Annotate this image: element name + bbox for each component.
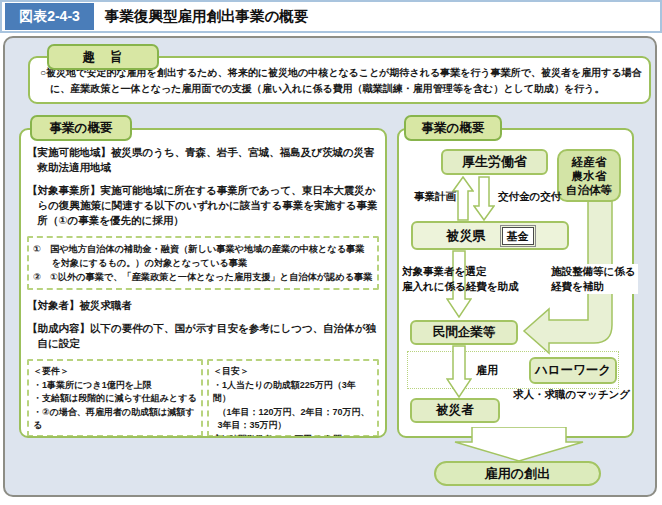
- victim-node: 被災者: [410, 398, 500, 423]
- figure-title: 事業復興型雇用創出事業の概要: [105, 2, 308, 31]
- mhlw-node: 厚生労働省: [441, 149, 548, 175]
- employ-down-arrow-icon: [446, 345, 472, 398]
- overview-area-text: 【実施可能地域】被災県のうち、青森、岩手、宮城、福島及び茨城の災害救助法適用地域: [27, 145, 379, 175]
- plan-label: 事業計画: [414, 190, 456, 204]
- figure-header: 図表2-4-3 事業復興型雇用創出事業の概要: [0, 0, 662, 33]
- guideline-heading: ＜目安＞: [213, 365, 373, 379]
- facility-subsidy-label: 施設整備等に係る 経費を補助: [549, 264, 638, 294]
- ministries-node: 経産省 農水省 自治体等: [557, 149, 621, 202]
- overview-subsidy-text: 【助成内容】以下の要件の下、国が示す目安を参考にしつつ、自治体が独自に設定: [27, 321, 379, 351]
- figure-number-badge: 図表2-4-3: [5, 3, 94, 30]
- guideline-line: （1年目：120万円、2年目：70万円、: [213, 406, 373, 420]
- outcome-big-arrow-icon: [454, 427, 584, 462]
- overview-target-text: 【対象者】被災求職者: [27, 298, 379, 313]
- overview-box: 【実施可能地域】被災県のうち、青森、岩手、宮城、福島及び茨城の災害救助法適用地域…: [19, 128, 387, 438]
- requirements-heading: ＜要件＞: [33, 365, 197, 379]
- requirement-item: ・②の場合、再雇用者の助成額は減額する: [33, 406, 197, 433]
- prefecture-node: 被災県 基金: [411, 221, 569, 250]
- overview-tab: 事業の概要: [30, 115, 132, 141]
- guideline-box: ＜目安＞ ・1人当たりの助成額225万円（3年間） （1年目：120万円、2年目…: [207, 359, 379, 437]
- company-node: 民間企業等: [410, 320, 518, 345]
- eligible-project-item: ② ①以外の事業で、「産業政策と一体となった雇用支援」と自治体が認める事業: [33, 270, 373, 284]
- requirement-item: ・1事業所につき1億円を上限: [33, 379, 197, 393]
- select-label: 対象事業者を選定 雇入れに係る経費を助成: [402, 264, 518, 294]
- eligible-project-item: ① 国や地方自治体の補助金・融資（新しい事業や地域の産業の中核となる事業を対象に…: [33, 242, 373, 270]
- guideline-note: ※短時間労働者は110万円（3年間）: [213, 433, 373, 439]
- requirements-box: ＜要件＞ ・1事業所につき1億円を上限 ・支給額は段階的に減らす仕組みとする ・…: [27, 359, 203, 437]
- requirement-item: ・支給額は段階的に減らす仕組みとする: [33, 392, 197, 406]
- overview-establishments-text: 【対象事業所】実施可能地域に所在する事業所であって、東日本大震災からの復興施策に…: [27, 183, 379, 228]
- guideline-line: ・1人当たりの助成額225万円（3年間）: [213, 379, 373, 406]
- eligible-projects-box: ① 国や地方自治体の補助金・融資（新しい事業や地域の産業の中核となる事業を対象に…: [27, 236, 379, 290]
- fund-badge: 基金: [502, 227, 534, 245]
- figure-page: 図表2-4-3 事業復興型雇用創出事業の概要 ○被災地で安定的な雇用を創出するた…: [0, 0, 662, 505]
- outcome-pill: 雇用の創出: [434, 461, 601, 486]
- purpose-tab: 趣 旨: [47, 44, 159, 70]
- matching-label: 求人・求職のマッチング: [513, 388, 630, 402]
- hellowork-node: ハローワーク: [529, 357, 617, 384]
- employ-label: 雇用: [476, 363, 498, 378]
- guideline-line: 3年目：35万円）: [213, 419, 373, 433]
- grant-down-arrow-icon: [473, 176, 495, 221]
- grant-label: 交付金の交付: [498, 190, 561, 204]
- flow-tab: 事業の概要: [404, 115, 502, 141]
- conditions-row: ＜要件＞ ・1事業所につき1億円を上限 ・支給額は段階的に減らす仕組みとする ・…: [27, 359, 379, 437]
